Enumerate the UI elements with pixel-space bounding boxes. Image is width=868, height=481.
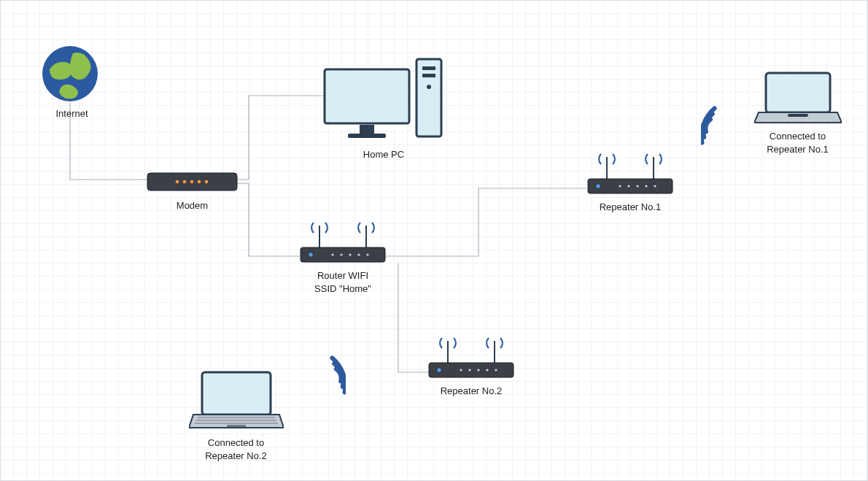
svg-rect-47 — [227, 425, 246, 427]
label-internet: Internet — [41, 107, 103, 120]
svg-point-6 — [205, 180, 209, 184]
node-router[interactable]: Router WIFI SSID "Home" — [295, 212, 390, 295]
svg-point-35 — [438, 369, 441, 372]
svg-rect-11 — [422, 66, 435, 70]
label-repeater-1: Repeater No.1 — [583, 201, 678, 214]
diagram-canvas: Internet Modem Home PC — [0, 0, 868, 481]
wifi-waves-icon — [303, 350, 347, 401]
svg-point-4 — [190, 180, 194, 184]
svg-rect-7 — [325, 69, 409, 123]
node-home-pc[interactable]: Home PC — [314, 58, 453, 161]
laptop-icon — [754, 70, 842, 126]
node-internet[interactable]: Internet — [41, 45, 103, 120]
desktop-pc-icon — [322, 58, 446, 144]
svg-point-22 — [366, 253, 368, 255]
svg-point-27 — [619, 185, 621, 187]
svg-rect-42 — [788, 114, 808, 117]
svg-point-28 — [627, 185, 629, 187]
svg-rect-25 — [588, 179, 673, 193]
label-home-pc: Home PC — [314, 148, 453, 161]
node-modem[interactable]: Modem — [139, 169, 245, 212]
svg-point-21 — [357, 253, 360, 255]
svg-rect-41 — [766, 73, 830, 112]
svg-point-40 — [495, 369, 497, 371]
repeater-icon — [426, 328, 516, 380]
label-repeater-2: Repeater No.2 — [424, 385, 519, 398]
svg-point-5 — [198, 180, 201, 184]
node-repeater-1[interactable]: Repeater No.1 — [583, 144, 678, 214]
node-laptop-r2[interactable]: Connected to Repeater No.2 — [179, 369, 292, 462]
modem-icon — [147, 169, 238, 195]
svg-rect-8 — [360, 125, 374, 134]
label-laptop-r1: Connected to Repeater No.1 — [745, 130, 850, 155]
label-router: Router WIFI SSID "Home" — [295, 269, 390, 295]
repeater-icon — [585, 144, 675, 196]
svg-point-36 — [460, 369, 462, 371]
svg-point-30 — [645, 185, 647, 187]
svg-point-3 — [183, 180, 187, 184]
svg-point-39 — [486, 369, 488, 371]
svg-rect-9 — [348, 134, 386, 138]
label-laptop-r2: Connected to Repeater No.2 — [179, 436, 292, 462]
router-icon — [298, 212, 388, 265]
svg-rect-43 — [202, 372, 271, 415]
label-modem: Modem — [139, 199, 245, 212]
svg-point-37 — [468, 369, 470, 371]
svg-point-38 — [477, 369, 479, 371]
svg-rect-12 — [422, 74, 435, 77]
svg-rect-34 — [429, 363, 514, 377]
svg-point-29 — [636, 185, 638, 187]
svg-point-19 — [340, 253, 342, 255]
svg-rect-16 — [301, 247, 385, 262]
svg-point-18 — [331, 253, 333, 255]
svg-rect-10 — [416, 59, 441, 136]
svg-point-2 — [176, 180, 179, 184]
globe-icon — [41, 45, 99, 103]
svg-point-17 — [309, 253, 313, 257]
node-repeater-2[interactable]: Repeater No.2 — [424, 328, 519, 398]
svg-point-26 — [597, 185, 600, 188]
wifi-waves-icon — [701, 100, 745, 151]
svg-point-31 — [654, 185, 656, 187]
node-laptop-r1[interactable]: Connected to Repeater No.1 — [745, 70, 850, 155]
laptop-icon — [189, 369, 284, 432]
svg-point-13 — [427, 85, 431, 89]
svg-point-20 — [349, 253, 351, 255]
